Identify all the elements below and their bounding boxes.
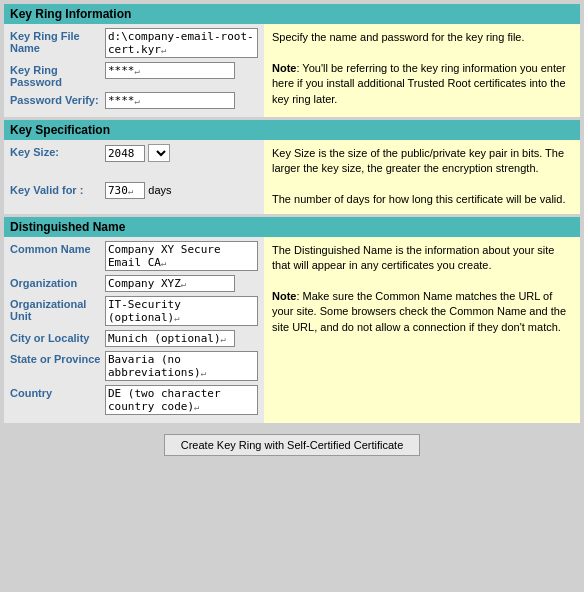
- key-valid-row: Key Valid for : 730↵ days: [10, 182, 258, 199]
- org-unit-value: IT-Security (optional)↵: [105, 296, 258, 326]
- organization-value: Company XYZ↵: [105, 275, 258, 292]
- distinguished-name-header: Distinguished Name: [4, 217, 580, 237]
- key-valid-value: 730↵ days: [105, 182, 258, 199]
- city-label: City or Locality: [10, 330, 105, 344]
- distinguished-name-help: The Distinguished Name is the informatio…: [264, 237, 580, 423]
- key-size-label: Key Size:: [10, 144, 105, 158]
- key-ring-file-name-value: d:\company-email-root-cert.kyr↵: [105, 28, 258, 58]
- country-row: Country DE (two character country code)↵: [10, 385, 258, 415]
- org-unit-input[interactable]: IT-Security (optional)↵: [105, 296, 258, 326]
- country-label: Country: [10, 385, 105, 399]
- key-size-select[interactable]: ▼: [148, 144, 170, 162]
- distinguished-name-left: Common Name Company XY Secure Email CA↵ …: [4, 237, 264, 423]
- note-label-2: Note: [272, 290, 296, 302]
- key-ring-password-input[interactable]: ****↵: [105, 62, 235, 79]
- state-row: State or Province Bavaria (no abbreviati…: [10, 351, 258, 381]
- city-row: City or Locality Munich (optional)↵: [10, 330, 258, 347]
- common-name-row: Common Name Company XY Secure Email CA↵: [10, 241, 258, 271]
- key-spec-left: Key Size: 2048 ▼ Key Valid for :: [4, 140, 264, 214]
- organization-label: Organization: [10, 275, 105, 289]
- create-key-ring-button[interactable]: Create Key Ring with Self-Certified Cert…: [164, 434, 421, 456]
- note-label-1: Note: [272, 62, 296, 74]
- key-spec-help-2: The number of days for how long this cer…: [272, 193, 565, 205]
- key-spec-help-1: Key Size is the size of the public/priva…: [272, 147, 564, 174]
- city-input[interactable]: Munich (optional)↵: [105, 330, 235, 347]
- state-input[interactable]: Bavaria (no abbreviations)↵: [105, 351, 258, 381]
- country-input[interactable]: DE (two character country code)↵: [105, 385, 258, 415]
- key-ring-help-text: Specify the name and password for the ke…: [272, 31, 525, 43]
- organization-row: Organization Company XYZ↵: [10, 275, 258, 292]
- key-ring-password-label: Key Ring Password: [10, 62, 105, 88]
- key-ring-password-row: Key Ring Password ****↵: [10, 62, 258, 88]
- state-value: Bavaria (no abbreviations)↵: [105, 351, 258, 381]
- password-verify-label: Password Verify:: [10, 92, 105, 106]
- key-spec-header: Key Specification: [4, 120, 580, 140]
- key-ring-info-header: Key Ring Information: [4, 4, 580, 24]
- key-ring-info-left: Key Ring File Name d:\company-email-root…: [4, 24, 264, 117]
- dn-help-note: Note: Make sure the Common Name matches …: [272, 290, 566, 333]
- bottom-bar: Create Key Ring with Self-Certified Cert…: [4, 426, 580, 464]
- city-value: Munich (optional)↵: [105, 330, 258, 347]
- common-name-input[interactable]: Company XY Secure Email CA↵: [105, 241, 258, 271]
- password-verify-input[interactable]: ****↵: [105, 92, 235, 109]
- common-name-label: Common Name: [10, 241, 105, 255]
- key-size-input-box: 2048: [105, 145, 145, 162]
- key-ring-file-name-row: Key Ring File Name d:\company-email-root…: [10, 28, 258, 58]
- key-ring-info-help: Specify the name and password for the ke…: [264, 24, 580, 117]
- key-valid-input[interactable]: 730↵: [105, 182, 145, 199]
- country-value: DE (two character country code)↵: [105, 385, 258, 415]
- password-verify-value: ****↵: [105, 92, 258, 109]
- key-ring-help-note: Note: You'll be referring to the key rin…: [272, 62, 566, 105]
- state-label: State or Province: [10, 351, 105, 365]
- password-verify-row: Password Verify: ****↵: [10, 92, 258, 109]
- common-name-value: Company XY Secure Email CA↵: [105, 241, 258, 271]
- org-unit-row: Organizational Unit IT-Security (optiona…: [10, 296, 258, 326]
- key-ring-file-name-label: Key Ring File Name: [10, 28, 105, 54]
- days-label: days: [148, 184, 171, 196]
- key-ring-file-name-input[interactable]: d:\company-email-root-cert.kyr↵: [105, 28, 258, 58]
- organization-input[interactable]: Company XYZ↵: [105, 275, 235, 292]
- org-unit-label: Organizational Unit: [10, 296, 105, 322]
- key-size-value: 2048 ▼: [105, 144, 258, 162]
- key-ring-password-value: ****↵: [105, 62, 258, 79]
- key-spec-help: Key Size is the size of the public/priva…: [264, 140, 580, 214]
- key-size-row: Key Size: 2048 ▼: [10, 144, 258, 162]
- dn-help-text: The Distinguished Name is the informatio…: [272, 244, 554, 271]
- key-valid-label: Key Valid for :: [10, 182, 105, 196]
